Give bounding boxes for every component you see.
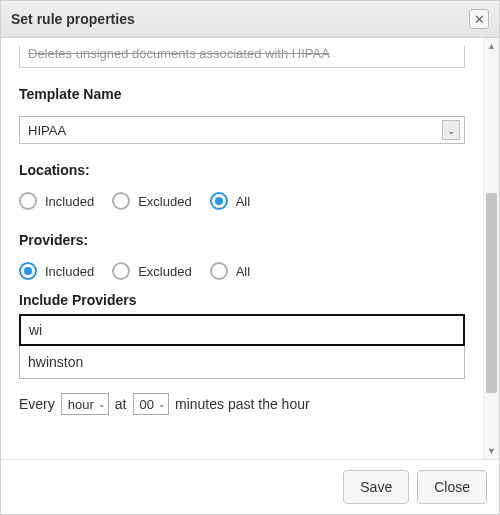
template-name-label: Template Name (19, 86, 465, 102)
schedule-at-label: at (115, 396, 127, 412)
chevron-down-icon: ⌄ (158, 399, 166, 409)
scrollbar[interactable]: ▲ ▼ (483, 38, 499, 459)
chevron-down-icon: ⌄ (98, 399, 106, 409)
locations-radio-group: Included Excluded All (19, 192, 465, 210)
description-field-partial: Deletes unsigned documents associated wi… (19, 46, 465, 68)
dialog: Set rule properties ✕ Deletes unsigned d… (0, 0, 500, 515)
providers-radio-included[interactable]: Included (19, 262, 94, 280)
providers-radio-group: Included Excluded All (19, 262, 465, 280)
scrollbar-thumb[interactable] (486, 193, 497, 393)
radio-icon (112, 192, 130, 210)
radio-icon (19, 192, 37, 210)
dialog-title: Set rule properties (11, 11, 135, 27)
providers-radio-all[interactable]: All (210, 262, 250, 280)
radio-label: Included (45, 264, 94, 279)
chevron-down-icon: ⌄ (442, 120, 460, 140)
dialog-footer: Save Close (1, 459, 499, 514)
content-wrap: Deletes unsigned documents associated wi… (1, 38, 499, 459)
radio-icon (210, 192, 228, 210)
dialog-content: Deletes unsigned documents associated wi… (1, 38, 483, 459)
schedule-unit-value: hour (68, 397, 94, 412)
schedule-minute-value: 00 (140, 397, 154, 412)
radio-label: All (236, 194, 250, 209)
radio-icon (210, 262, 228, 280)
schedule-unit-select[interactable]: hour ⌄ (61, 393, 109, 415)
radio-label: Excluded (138, 194, 191, 209)
radio-label: Included (45, 194, 94, 209)
radio-label: All (236, 264, 250, 279)
save-button[interactable]: Save (343, 470, 409, 504)
schedule-suffix-label: minutes past the hour (175, 396, 310, 412)
scroll-up-icon[interactable]: ▲ (484, 38, 499, 54)
template-name-value: HIPAA (28, 123, 66, 138)
providers-radio-excluded[interactable]: Excluded (112, 262, 191, 280)
locations-radio-included[interactable]: Included (19, 192, 94, 210)
locations-label: Locations: (19, 162, 465, 178)
include-providers-input[interactable] (19, 314, 465, 346)
include-providers-label: Include Providers (19, 292, 465, 308)
scroll-down-icon[interactable]: ▼ (484, 443, 499, 459)
radio-icon (112, 262, 130, 280)
titlebar: Set rule properties ✕ (1, 1, 499, 38)
include-providers-suggestion[interactable]: hwinston (19, 346, 465, 379)
providers-label: Providers: (19, 232, 465, 248)
locations-radio-all[interactable]: All (210, 192, 250, 210)
schedule-every-label: Every (19, 396, 55, 412)
locations-radio-excluded[interactable]: Excluded (112, 192, 191, 210)
radio-label: Excluded (138, 264, 191, 279)
schedule-minute-select[interactable]: 00 ⌄ (133, 393, 169, 415)
radio-icon (19, 262, 37, 280)
close-button[interactable]: Close (417, 470, 487, 504)
dialog-close-button[interactable]: ✕ (469, 9, 489, 29)
schedule-row: Every hour ⌄ at 00 ⌄ minutes past the ho… (19, 393, 465, 415)
template-name-select[interactable]: HIPAA ⌄ (19, 116, 465, 144)
close-icon: ✕ (474, 12, 485, 27)
